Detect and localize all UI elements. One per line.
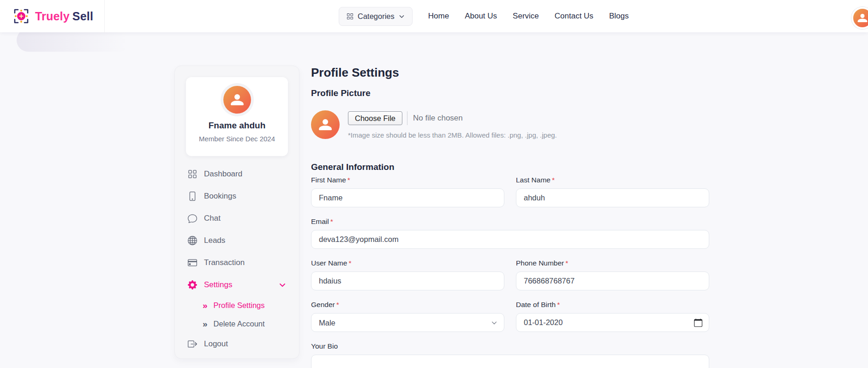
required-asterisk: *	[348, 259, 351, 267]
member-since: Member Since Dec 2024	[186, 135, 288, 143]
phone-number-input[interactable]	[516, 271, 709, 290]
top-navbar: TruelySell Categories Home About Us Serv…	[0, 0, 868, 32]
profile-picture-section: Choose File No file chosen *Image size s…	[311, 110, 709, 139]
email-input[interactable]	[311, 230, 709, 249]
sidebar-item-bookings[interactable]: Bookings	[175, 185, 299, 207]
file-input-divider	[407, 111, 407, 125]
image-size-note: *Image size should be less than 2MB. All…	[348, 131, 557, 139]
nav-link-contact-us[interactable]: Contact Us	[555, 12, 593, 21]
nav-link-service[interactable]: Service	[513, 12, 539, 21]
profile-picture-heading: Profile Picture	[311, 88, 709, 98]
general-information-heading: General Information	[311, 162, 709, 172]
sidebar-avatar	[223, 86, 251, 114]
chevron-down-icon	[399, 13, 405, 19]
globe-icon	[188, 236, 197, 245]
bio-field-group: Your Bio	[311, 342, 709, 368]
categories-dropdown-button[interactable]: Categories	[339, 7, 413, 26]
chevron-down-icon	[279, 281, 286, 289]
user-avatar[interactable]	[851, 7, 868, 29]
gender-label: Gender*	[311, 301, 504, 309]
date-of-birth-field-group: Date of Birth*	[516, 301, 709, 332]
logout-icon	[188, 339, 197, 349]
phone-number-field-group: Phone Number*	[516, 259, 709, 290]
sidebar-subitem-label: Delete Account	[214, 320, 265, 328]
person-icon	[318, 117, 333, 132]
choose-file-button[interactable]: Choose File	[348, 111, 402, 125]
sidebar-item-label: Bookings	[204, 192, 236, 201]
email-label: Email*	[311, 217, 709, 226]
required-asterisk: *	[565, 259, 568, 267]
categories-label: Categories	[358, 12, 395, 21]
required-asterisk: *	[552, 176, 555, 184]
sidebar-item-settings[interactable]: Settings	[175, 274, 299, 296]
grid-icon	[188, 169, 197, 179]
sidebar-item-label: Chat	[204, 214, 221, 223]
double-chevron-icon: »	[203, 301, 208, 310]
gender-select[interactable]: Male	[311, 313, 504, 332]
last-name-label: Last Name*	[516, 176, 709, 184]
your-bio-label: Your Bio	[311, 342, 709, 350]
first-name-field-group: First Name*	[311, 176, 504, 207]
gear-icon	[188, 280, 197, 290]
page-title: Profile Settings	[311, 66, 709, 80]
user-name-input[interactable]	[311, 271, 504, 290]
required-asterisk: *	[336, 301, 339, 308]
profile-settings-page: TruelySell Categories Home About Us Serv…	[0, 0, 868, 368]
first-name-label: First Name*	[311, 176, 504, 184]
sidebar-item-label: Settings	[204, 280, 232, 290]
profile-picture-avatar	[311, 110, 340, 139]
sidebar-subitem-label: Profile Settings	[214, 301, 265, 310]
nav-link-blogs[interactable]: Blogs	[609, 12, 629, 21]
sidebar-item-transaction[interactable]: Transaction	[175, 252, 299, 274]
required-asterisk: *	[347, 176, 350, 184]
general-information-form: First Name* Last Name* Email* User Name*	[311, 176, 709, 368]
brand-logo[interactable]: TruelySell	[12, 0, 105, 32]
account-sidebar: Fname ahduh Member Since Dec 2024 Dashbo…	[174, 66, 299, 359]
sidebar-item-chat[interactable]: Chat	[175, 207, 299, 229]
sidebar-item-leads[interactable]: Leads	[175, 229, 299, 252]
sidebar-subitem-delete-account[interactable]: » Delete Account	[175, 314, 299, 333]
profile-summary-card: Fname ahduh Member Since Dec 2024	[186, 77, 288, 156]
required-asterisk: *	[557, 301, 560, 308]
credit-card-icon	[188, 258, 197, 267]
last-name-input[interactable]	[516, 188, 709, 207]
crosshair-logo-icon	[12, 7, 30, 25]
main-nav: Categories Home About Us Service Contact…	[339, 0, 629, 32]
date-of-birth-label: Date of Birth*	[516, 301, 709, 309]
person-icon	[230, 92, 245, 107]
gender-field-group: Gender* Male	[311, 301, 504, 332]
nav-link-home[interactable]: Home	[428, 12, 449, 21]
nav-link-about-us[interactable]: About Us	[465, 12, 497, 21]
required-asterisk: *	[330, 217, 333, 225]
bio-textarea[interactable]	[311, 355, 709, 368]
no-file-chosen-text: No file chosen	[413, 114, 463, 123]
email-field-group: Email*	[311, 217, 709, 249]
phone-number-label: Phone Number*	[516, 259, 709, 267]
user-name: Fname ahduh	[186, 121, 288, 131]
sidebar-item-label: Leads	[204, 236, 225, 245]
sidebar-menu: Dashboard Bookings Chat	[175, 163, 299, 355]
user-name-label: User Name*	[311, 259, 504, 267]
last-name-field-group: Last Name*	[516, 176, 709, 207]
file-input: Choose File No file chosen	[348, 111, 557, 125]
double-chevron-icon: »	[203, 320, 208, 328]
date-of-birth-input[interactable]	[516, 313, 709, 332]
grid-icon	[347, 13, 353, 20]
sidebar-item-label: Transaction	[204, 258, 245, 267]
sidebar-item-dashboard[interactable]: Dashboard	[175, 163, 299, 185]
first-name-input[interactable]	[311, 188, 504, 207]
person-icon	[857, 12, 868, 24]
user-name-field-group: User Name*	[311, 259, 504, 290]
sidebar-item-logout[interactable]: Logout	[175, 333, 299, 355]
file-upload-block: Choose File No file chosen *Image size s…	[348, 110, 557, 139]
sidebar-item-label: Logout	[204, 339, 228, 349]
chat-icon	[188, 214, 197, 223]
brand-name: TruelySell	[35, 10, 93, 23]
profile-settings-content: Profile Settings Profile Picture Choose …	[311, 66, 709, 368]
sidebar-item-label: Dashboard	[204, 169, 242, 179]
phone-icon	[188, 192, 197, 201]
sidebar-subitem-profile-settings[interactable]: » Profile Settings	[175, 296, 299, 314]
